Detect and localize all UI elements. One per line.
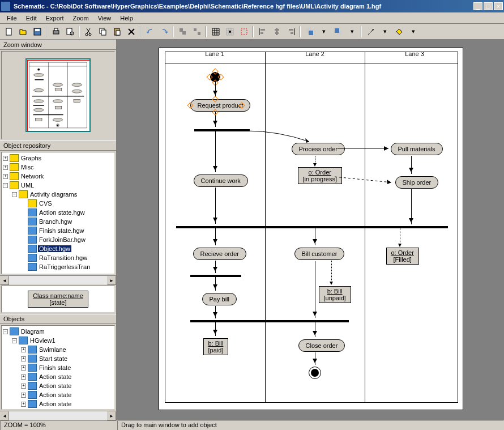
activity-pay-bill[interactable]: Pay bill	[202, 293, 237, 305]
tree-item-activity-diagrams[interactable]: Activity diagrams	[29, 191, 78, 198]
tree-collapse-icon[interactable]: −	[3, 329, 8, 334]
tree-collapse-icon[interactable]: −	[12, 338, 17, 343]
bring-front-button[interactable]	[303, 25, 316, 38]
menu-view[interactable]: View	[93, 14, 116, 23]
tree-item-start-state[interactable]: Start state	[38, 355, 69, 362]
tree-expand-icon[interactable]: +	[3, 156, 8, 161]
object-repository-tree[interactable]: +Graphs +Misc +Network −UML −Activity di…	[1, 152, 115, 274]
tree-expand-icon[interactable]: +	[21, 365, 26, 371]
tree-collapse-icon[interactable]: −	[12, 192, 17, 197]
shape-button[interactable]	[392, 25, 405, 38]
activity-close-order[interactable]: Close order	[298, 339, 345, 352]
objects-tree[interactable]: −Diagram −HGview1 +Swimlane +Start state…	[1, 325, 115, 410]
join-bar-2[interactable]	[190, 275, 241, 277]
menu-zoom[interactable]: Zoom	[69, 14, 93, 23]
tree-item-action-state-2[interactable]: Action state	[38, 382, 72, 389]
tree-item-branch[interactable]: Branch.hgw	[38, 218, 73, 225]
menu-help[interactable]: Help	[116, 14, 138, 23]
shape-dropdown[interactable]: ▾	[407, 25, 420, 38]
maximize-button[interactable]: □	[484, 2, 493, 10]
tree-expand-icon[interactable]: +	[21, 384, 26, 389]
copy-button[interactable]	[96, 25, 109, 38]
undo-button[interactable]	[143, 25, 156, 38]
tree-item-finish-state[interactable]: Finish state.hgw	[38, 227, 85, 234]
tree-item-uml[interactable]: UML	[20, 182, 35, 189]
select-area-button[interactable]	[237, 25, 250, 38]
repository-scrollbar-h[interactable]: ◄►	[0, 275, 116, 284]
lane3-header[interactable]: Lane 3	[365, 50, 465, 57]
cut-button[interactable]	[82, 25, 95, 38]
scroll-left-icon[interactable]: ◄	[0, 411, 9, 420]
final-node[interactable]	[309, 367, 321, 379]
menu-edit[interactable]: Edit	[22, 14, 41, 23]
preview-object-node[interactable]: Class name:name [state]	[28, 291, 88, 308]
tree-item-hgview[interactable]: HGview1	[29, 337, 57, 344]
join-bar-1[interactable]	[176, 226, 448, 228]
object-preview[interactable]: Class name:name [state]	[1, 286, 115, 313]
snap-button[interactable]	[223, 25, 236, 38]
tree-collapse-icon[interactable]: −	[3, 183, 8, 188]
menu-file[interactable]: File	[2, 14, 22, 23]
canvas-area[interactable]: Lane 1 Lane 2 Lane 3 Request product Con…	[117, 40, 504, 420]
tree-item-network[interactable]: Network	[20, 173, 45, 180]
tree-item-finish-state[interactable]: Finish state	[38, 364, 72, 371]
diagram-canvas[interactable]: Lane 1 Lane 2 Lane 3 Request product Con…	[159, 48, 463, 410]
tree-expand-icon[interactable]: +	[21, 374, 26, 380]
align-right-button[interactable]	[284, 25, 297, 38]
connector-dropdown[interactable]: ▾	[378, 25, 391, 38]
open-button[interactable]	[16, 25, 29, 38]
print-button[interactable]	[49, 25, 62, 38]
activity-continue-work[interactable]: Continue work	[194, 174, 248, 187]
grid-button[interactable]	[209, 25, 222, 38]
tree-item-forkjoinbar[interactable]: ForkJoinBar.hgw	[38, 236, 87, 243]
tree-item-swimlane[interactable]: Swimlane	[38, 346, 67, 353]
minimize-button[interactable]: _	[473, 2, 482, 10]
align-left-button[interactable]	[256, 25, 269, 38]
object-order-filled[interactable]: o: Order [Filled]	[386, 248, 419, 265]
paste-button[interactable]	[110, 25, 123, 38]
close-button[interactable]: ×	[494, 2, 503, 10]
send-back-button[interactable]	[331, 25, 344, 38]
tree-expand-icon[interactable]: +	[3, 165, 8, 170]
tree-item-action-state-3[interactable]: Action state	[38, 391, 72, 398]
join-bar-3[interactable]	[190, 320, 349, 322]
tree-expand-icon[interactable]: +	[3, 174, 8, 179]
tree-item-ratransition[interactable]: RaTransition.hgw	[38, 254, 88, 261]
bring-front-dropdown[interactable]: ▾	[317, 25, 330, 38]
scroll-right-icon[interactable]: ►	[107, 411, 116, 420]
tree-item-action-state[interactable]: Action state.hgw	[38, 209, 86, 216]
activity-bill-customer[interactable]: Bill customer	[294, 248, 345, 260]
send-back-dropdown[interactable]: ▾	[345, 25, 358, 38]
object-bill-paid[interactable]: b: Bill [paid]	[203, 338, 229, 355]
scroll-left-icon[interactable]: ◄	[0, 276, 9, 285]
tree-item-ratriggerless[interactable]: RaTriggerlessTran	[38, 263, 91, 270]
ungroup-button[interactable]	[190, 25, 203, 38]
scroll-right-icon[interactable]: ►	[107, 276, 116, 285]
connector-button[interactable]	[364, 25, 377, 38]
tree-item-cvs[interactable]: CVS	[38, 200, 53, 207]
save-button[interactable]	[31, 25, 44, 38]
activity-recieve-order[interactable]: Recieve order	[193, 248, 246, 260]
activity-ship-order[interactable]: Ship order	[395, 176, 439, 189]
tree-expand-icon[interactable]: +	[21, 402, 26, 407]
activity-pull-materials[interactable]: Pull materials	[391, 143, 443, 155]
tree-expand-icon[interactable]: +	[21, 393, 26, 398]
tree-expand-icon[interactable]: +	[21, 347, 26, 352]
group-button[interactable]	[176, 25, 189, 38]
menu-export[interactable]: Export	[41, 14, 69, 23]
tree-item-diagram[interactable]: Diagram	[20, 328, 46, 335]
print-preview-button[interactable]	[63, 25, 76, 38]
delete-button[interactable]	[125, 25, 138, 38]
tree-item-misc[interactable]: Misc	[20, 164, 35, 171]
lane1-header[interactable]: Lane 1	[165, 50, 265, 57]
tree-item-graphs[interactable]: Graphs	[20, 155, 42, 161]
fork-bar-1[interactable]	[194, 129, 250, 131]
tree-item-object[interactable]: Object.hgw	[38, 245, 71, 252]
new-button[interactable]	[2, 25, 15, 38]
tree-item-action-state-1[interactable]: Action state	[38, 373, 72, 380]
redo-button[interactable]	[157, 25, 170, 38]
object-bill-unpaid[interactable]: b: Bill [unpaid]	[319, 286, 351, 303]
align-center-button[interactable]	[270, 25, 283, 38]
tree-expand-icon[interactable]: +	[21, 356, 26, 361]
lane2-header[interactable]: Lane 2	[265, 50, 365, 57]
